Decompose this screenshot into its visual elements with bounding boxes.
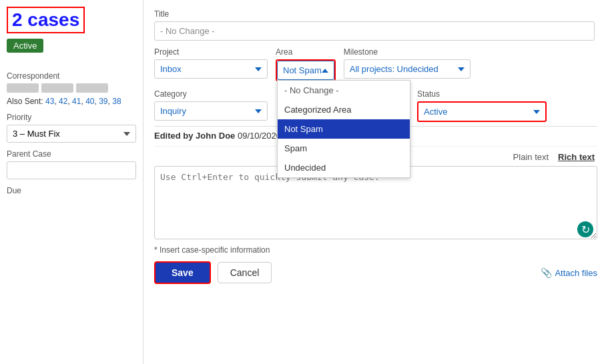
- milestone-group: Milestone All projects: Undecided: [344, 47, 471, 79]
- area-label: Area: [276, 47, 336, 57]
- area-option-undecided[interactable]: Undecided: [278, 158, 410, 177]
- insert-info: * Insert case-specific information: [154, 245, 597, 255]
- area-option-no-change[interactable]: - No Change -: [278, 81, 410, 100]
- active-badge: Active: [7, 39, 43, 53]
- category-select[interactable]: Inquiry: [154, 101, 268, 121]
- project-select[interactable]: Inbox: [154, 59, 268, 79]
- also-sent-link-39[interactable]: 39: [99, 97, 107, 106]
- also-sent-link-41[interactable]: 41: [72, 97, 81, 106]
- area-dropdown: - No Change - Categorized Area Not Spam …: [277, 80, 410, 178]
- area-outer: Not Spam - No Change - Categorized Area …: [276, 59, 336, 81]
- also-sent-link-43[interactable]: 43: [45, 97, 54, 106]
- area-option-not-spam[interactable]: Not Spam: [278, 119, 410, 139]
- parent-case-label: Parent Case: [7, 149, 136, 159]
- project-label: Project: [154, 47, 268, 57]
- cancel-button[interactable]: Cancel: [218, 262, 272, 283]
- area-option-spam[interactable]: Spam: [278, 139, 410, 158]
- left-panel: 2 cases Active Correspondent Also Sent: …: [0, 0, 143, 364]
- insert-info-text: * Insert case-specific information: [154, 245, 270, 255]
- case-count: 2 cases: [7, 7, 85, 33]
- correspondent-bars: [7, 83, 136, 93]
- area-selected-value: Not Spam: [283, 65, 322, 75]
- status-label: Status: [417, 89, 547, 99]
- milestone-select[interactable]: All projects: Undecided: [344, 59, 471, 79]
- project-group: Project Inbox: [154, 47, 268, 79]
- plain-text-btn[interactable]: Plain text: [511, 151, 551, 163]
- bar-2: [41, 83, 73, 93]
- also-sent-link-38[interactable]: 38: [112, 97, 121, 106]
- area-select-display[interactable]: Not Spam: [277, 61, 334, 80]
- priority-select[interactable]: 3 – Must Fix: [7, 125, 136, 143]
- bottom-row: Save Cancel 📎 Attach files: [154, 261, 597, 284]
- category-group: Category Inquiry: [154, 89, 268, 121]
- edited-by-text: Edited by John Doe: [154, 131, 235, 141]
- parent-case-input[interactable]: [7, 161, 136, 179]
- area-option-categorized[interactable]: Categorized Area: [278, 100, 410, 119]
- bar-3: [76, 83, 108, 93]
- area-group: Area Not Spam - No Change - Categorized …: [276, 47, 336, 81]
- chevron-up-icon: [322, 69, 328, 73]
- also-sent: Also Sent: 43, 42, 41, 40, 39, 38: [7, 97, 136, 106]
- main-panel: Title Project Inbox Area Not Spam - No C…: [143, 0, 608, 364]
- title-label: Title: [154, 9, 597, 19]
- form-row-1: Project Inbox Area Not Spam - No Change …: [154, 47, 597, 81]
- title-group: Title: [154, 9, 597, 41]
- status-select[interactable]: Active: [418, 103, 545, 121]
- priority-label: Priority: [7, 113, 136, 122]
- due-label: Due: [7, 186, 136, 195]
- attach-files-label: Attach files: [555, 268, 597, 278]
- bar-1: [7, 83, 39, 93]
- refresh-icon[interactable]: ↻: [577, 221, 593, 237]
- category-label: Category: [154, 89, 268, 99]
- title-input[interactable]: [154, 21, 595, 41]
- paperclip-icon: 📎: [541, 267, 552, 278]
- milestone-label: Milestone: [344, 47, 471, 57]
- also-sent-link-42[interactable]: 42: [59, 97, 67, 106]
- attach-files-link[interactable]: 📎 Attach files: [541, 267, 597, 278]
- rich-text-btn[interactable]: Rich text: [555, 151, 597, 163]
- save-button[interactable]: Save: [154, 261, 211, 284]
- correspondent-label: Correspondent: [7, 71, 136, 81]
- also-sent-link-40[interactable]: 40: [85, 97, 94, 106]
- status-group: Status Active: [417, 89, 547, 122]
- status-outline: Active: [417, 101, 547, 122]
- also-sent-label: Also Sent:: [7, 97, 43, 106]
